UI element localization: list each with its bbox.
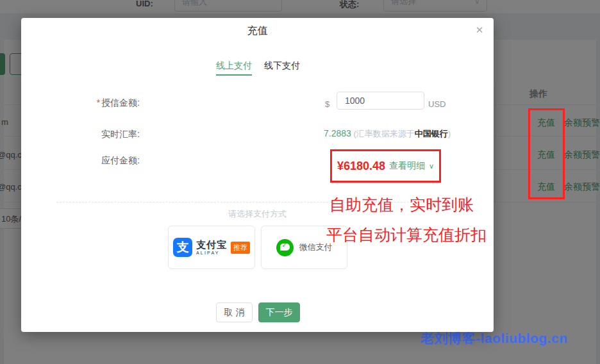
alipay-icon: 支 (173, 238, 192, 257)
alipay-brand-cn: 支付宝 (196, 240, 227, 249)
recharge-dialog: 充值 ✕ 线上支付 线下支付 *授信金额: $ USD 实时汇率: 7.2883… (21, 18, 494, 332)
cancel-button[interactable]: 取 消 (216, 302, 253, 322)
currency-prefix: $ (325, 99, 329, 109)
exchange-rate-label: 实时汇率: (69, 129, 140, 140)
active-tab-underline (216, 74, 252, 76)
tab-online-payment[interactable]: 线上支付 (216, 60, 252, 72)
rate-source-note: (汇率数据来源于 (351, 129, 415, 138)
dialog-title: 充值 (21, 24, 494, 38)
annotation-box-recharge-column (528, 108, 565, 199)
annotation-box-payable: ¥6180.48 查看明细 ∨ (330, 149, 441, 183)
view-detail-link[interactable]: 查看明细 (389, 160, 425, 172)
chevron-down-icon[interactable]: ∨ (429, 162, 434, 170)
exchange-rate-value-line: 7.2883 (汇率数据来源于中国银行) (324, 128, 451, 140)
rate-source-name: 中国银行 (415, 129, 448, 138)
credit-amount-label: *授信金额: (69, 97, 140, 109)
wechat-pay-icon: ✓ (276, 239, 294, 256)
next-step-button[interactable]: 下一步 (258, 302, 300, 322)
wechat-check-glyph: ✓ (282, 242, 287, 249)
app-page: UID: 状态: 请选择 ∨ 操作 m @qq.cc @qq.cc 充值 余额预… (0, 0, 600, 364)
required-asterisk: * (97, 97, 100, 108)
exchange-rate-value: 7.2883 (324, 128, 351, 138)
alipay-brand: 支付宝 ALIPAY (196, 240, 227, 255)
annotation-text-2: 平台自动计算充值折扣 (326, 224, 487, 245)
alipay-brand-en: ALIPAY (196, 251, 227, 255)
close-icon[interactable]: ✕ (472, 22, 487, 38)
tab-offline-payment[interactable]: 线下支付 (264, 60, 300, 72)
watermark: 老刘博客-laoliublog.cn (421, 329, 568, 347)
amount-input[interactable] (337, 92, 424, 110)
annotation-text-1: 自助充值，实时到账 (329, 194, 474, 215)
recommended-badge: 推荐 (231, 242, 250, 254)
alipay-option[interactable]: 支 支付宝 ALIPAY 推荐 (168, 226, 255, 269)
payable-amount-label: 应付金额: (69, 155, 140, 167)
payable-amount-value: ¥6180.48 (337, 160, 385, 173)
currency-suffix: USD (428, 99, 446, 109)
wechat-bubble-shape: ✓ (280, 244, 290, 251)
